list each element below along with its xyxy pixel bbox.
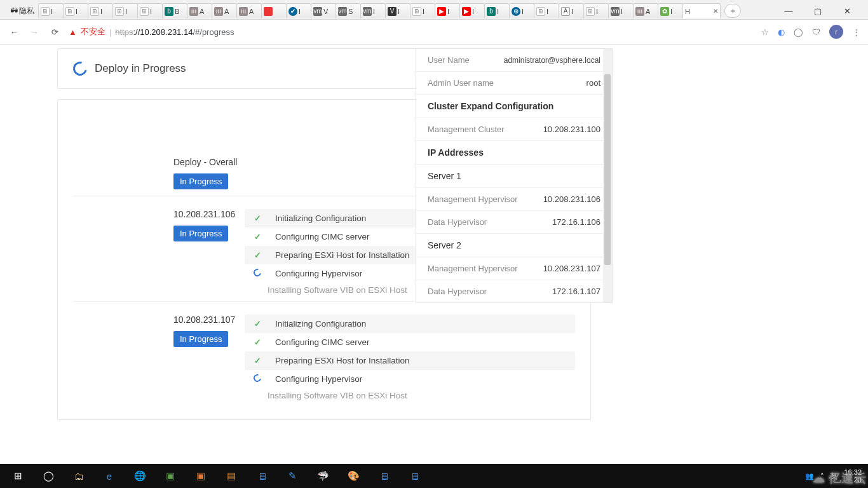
app-icon[interactable]: ▣ bbox=[186, 464, 216, 488]
window-close[interactable]: ✕ bbox=[832, 3, 862, 19]
wireshark-icon[interactable]: 🦈 bbox=[308, 464, 338, 488]
background-tab[interactable]: 🗎I bbox=[410, 3, 435, 18]
side-scrollbar[interactable] bbox=[603, 49, 612, 302]
cortana-icon[interactable]: ◯ bbox=[33, 464, 64, 488]
url-host: ://10.208.231.14 bbox=[133, 27, 193, 37]
side-section-header: IP Addresses bbox=[416, 141, 612, 165]
page-icon bbox=[264, 7, 273, 16]
node-row: 10.208.231.107 In Progress ✓Initializing… bbox=[73, 301, 575, 407]
profile-avatar[interactable]: r bbox=[829, 25, 843, 39]
spinner-icon bbox=[71, 59, 90, 78]
omnibox[interactable]: ▲ 不安全 | https://10.208.231.14/#/progress bbox=[69, 26, 754, 37]
background-tab[interactable]: ıııA bbox=[212, 3, 237, 18]
page-icon: ✔ bbox=[288, 7, 297, 16]
extension-icon[interactable]: ◐ bbox=[778, 27, 785, 37]
background-tab[interactable]: bB bbox=[162, 3, 187, 18]
new-tab-button[interactable]: ＋ bbox=[724, 4, 741, 18]
extension-icon[interactable]: ◯ bbox=[794, 27, 803, 37]
background-tab[interactable]: vmS bbox=[336, 3, 361, 18]
background-tab[interactable]: 🗎I bbox=[63, 3, 88, 18]
background-tab[interactable]: ⊕I bbox=[509, 3, 534, 18]
side-key: Admin User name bbox=[428, 78, 494, 88]
side-value: 10.208.231.106 bbox=[543, 194, 600, 204]
chrome-icon[interactable]: 🌐 bbox=[125, 464, 155, 488]
shield-icon[interactable]: 🛡 bbox=[812, 27, 820, 37]
cisco-icon: ııı bbox=[635, 7, 644, 16]
check-icon: ✓ bbox=[252, 250, 262, 260]
background-tab[interactable]: 🗎I bbox=[583, 3, 609, 18]
background-tab[interactable]: ıııA bbox=[633, 3, 658, 18]
background-tab[interactable]: vmI bbox=[608, 3, 634, 18]
page-viewport: User Name administrator@vsphere.local Ad… bbox=[0, 44, 868, 464]
background-tab[interactable]: ıııA bbox=[187, 3, 212, 18]
app-icon[interactable]: 🖥 bbox=[369, 464, 399, 488]
windows-taskbar: ⊞ ◯ 🗂 e 🌐 ▣ ▣ ▤ 🖥 ✎ 🦈 🎨 🖥 🖥 👥 ˄ 英 16:32 … bbox=[0, 464, 868, 488]
browser-chrome: 🕶 隐私 🗎I 🗎I 🗎I 🗎I 🗎I bB ıııA ıııA ıııA ✔I… bbox=[0, 0, 868, 44]
paint-icon[interactable]: 🎨 bbox=[338, 464, 369, 488]
background-tab[interactable]: AI bbox=[559, 3, 584, 18]
nav-back-icon[interactable]: ← bbox=[8, 27, 20, 37]
background-tab[interactable]: vmI bbox=[360, 3, 386, 18]
check-icon: ✓ bbox=[252, 356, 262, 365]
start-button[interactable]: ⊞ bbox=[3, 464, 33, 488]
tab-strip: 🕶 隐私 🗎I 🗎I 🗎I 🗎I 🗎I bB ıııA ıııA ıııA ✔I… bbox=[0, 0, 868, 19]
page-icon: 🗎 bbox=[41, 7, 50, 16]
cisco-icon: ııı bbox=[239, 7, 248, 16]
app-icon[interactable]: ▣ bbox=[155, 464, 186, 488]
menu-icon[interactable]: ⋮ bbox=[852, 27, 860, 37]
app-icon[interactable]: 🖥 bbox=[399, 464, 430, 488]
nav-forward-icon[interactable]: → bbox=[28, 27, 41, 37]
page-icon: 🗎 bbox=[140, 7, 149, 16]
background-tab[interactable]: ✿I bbox=[658, 3, 683, 18]
file-explorer-icon[interactable]: 🗂 bbox=[64, 464, 94, 488]
bookmark-star-icon[interactable]: ☆ bbox=[761, 27, 769, 37]
background-tab[interactable] bbox=[261, 3, 287, 18]
sublime-icon[interactable]: ▤ bbox=[216, 464, 247, 488]
background-tab[interactable]: ıııA bbox=[236, 3, 262, 18]
side-key: Management Hypervisor bbox=[428, 264, 518, 273]
separator: | bbox=[109, 27, 111, 37]
check-icon: ✓ bbox=[252, 214, 262, 223]
side-value: 10.208.231.107 bbox=[543, 264, 600, 273]
side-subheader: Server 2 bbox=[416, 234, 612, 257]
background-tab[interactable]: 🗎I bbox=[112, 3, 138, 18]
side-value: 172.16.1.106 bbox=[552, 217, 600, 227]
background-tab[interactable]: ▶I bbox=[459, 3, 485, 18]
app-icon[interactable]: 🖥 bbox=[247, 464, 277, 488]
bing-icon: b bbox=[487, 7, 496, 16]
step-text: Configuring Hypervisor bbox=[275, 374, 362, 384]
background-tab[interactable]: ✔I bbox=[286, 3, 311, 18]
background-tab[interactable]: ▶I bbox=[435, 3, 460, 18]
node-ip: 10.208.231.106 bbox=[173, 209, 245, 219]
window-maximize[interactable]: ▢ bbox=[803, 3, 832, 19]
side-value: root bbox=[587, 78, 600, 88]
side-key: User Name bbox=[428, 55, 470, 65]
background-tab[interactable]: 🗎I bbox=[38, 3, 64, 18]
background-tab[interactable]: 🗎I bbox=[137, 3, 163, 18]
reload-icon[interactable]: ⟳ bbox=[48, 27, 61, 37]
active-tab-title: H bbox=[685, 8, 690, 15]
page-icon: 🗎 bbox=[90, 7, 99, 16]
background-tab[interactable]: VI bbox=[385, 3, 410, 18]
ie-icon[interactable]: e bbox=[94, 464, 125, 488]
background-tab[interactable]: 🗎I bbox=[88, 3, 113, 18]
step-subtext: Installing Software VIB on ESXi Host bbox=[245, 391, 575, 400]
side-value: administrator@vsphere.local bbox=[504, 56, 600, 65]
app-icon[interactable]: ✎ bbox=[277, 464, 308, 488]
vmware-icon: vm bbox=[338, 7, 347, 16]
active-tab[interactable]: H ✕ bbox=[682, 3, 721, 18]
overall-label: Deploy - Overall bbox=[173, 157, 245, 167]
page-icon: A bbox=[561, 7, 570, 16]
page-icon: 🗎 bbox=[536, 7, 545, 16]
step-text: Configuring CIMC server bbox=[275, 337, 370, 347]
background-tab[interactable]: vmV bbox=[311, 3, 336, 18]
window-minimize[interactable]: — bbox=[774, 3, 803, 19]
background-tab[interactable]: bI bbox=[484, 3, 510, 18]
insecure-icon: ▲ bbox=[69, 27, 77, 37]
status-badge: In Progress bbox=[173, 331, 228, 347]
cisco-icon: ııı bbox=[189, 7, 198, 16]
watermark: ☁ 亿速云 bbox=[812, 470, 867, 487]
incognito-icon: 🕶 bbox=[10, 6, 18, 15]
background-tab[interactable]: 🗎I bbox=[534, 3, 559, 18]
close-tab-icon[interactable]: ✕ bbox=[713, 8, 718, 15]
